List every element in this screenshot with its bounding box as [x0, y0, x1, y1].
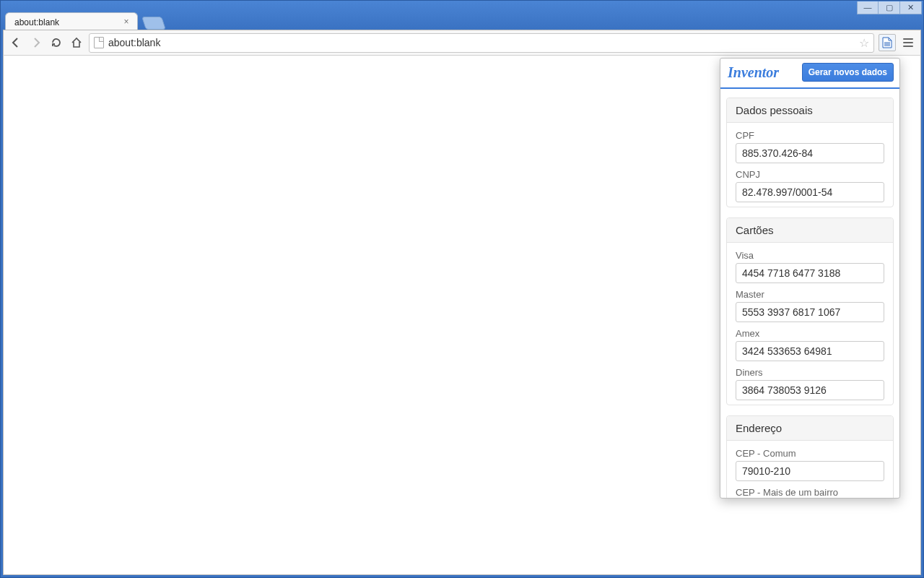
panel: CartõesVisaMasterAmexDiners	[726, 217, 894, 405]
popup-title: Inventor	[728, 64, 779, 81]
bookmark-star-icon[interactable]: ☆	[859, 36, 869, 50]
page-icon	[94, 37, 104, 48]
back-button[interactable]	[8, 35, 24, 51]
document-icon	[882, 37, 892, 48]
field-input[interactable]	[736, 143, 884, 163]
url-text: about:blank	[108, 37, 160, 48]
home-icon	[71, 37, 82, 48]
reload-button[interactable]	[48, 35, 64, 51]
field-label: Master	[736, 289, 884, 300]
field-label: CPF	[736, 130, 884, 141]
panel-body: CPFCNPJ	[727, 123, 893, 207]
panel-header: Dados pessoais	[727, 98, 893, 123]
panel-header: Cartões	[727, 218, 893, 243]
panel: Dados pessoaisCPFCNPJ	[726, 98, 894, 207]
arrow-right-icon	[30, 37, 42, 48]
field-input[interactable]	[736, 380, 884, 400]
field-input[interactable]	[736, 461, 884, 481]
browser-menu-button[interactable]	[900, 35, 916, 51]
inventor-popup: Inventor Gerar novos dados Dados pessoai…	[720, 58, 900, 499]
popup-header: Inventor Gerar novos dados	[720, 59, 899, 89]
field-input[interactable]	[736, 341, 884, 361]
panel-body: VisaMasterAmexDiners	[727, 243, 893, 405]
browser-window: — ▢ ✕ about:blank × about:blank ☆	[0, 0, 924, 578]
browser-toolbar: about:blank ☆	[3, 30, 921, 56]
browser-tab[interactable]: about:blank ×	[5, 12, 138, 31]
panel-body: CEP - ComumCEP - Mais de um bairro	[727, 441, 893, 498]
field-label: Diners	[736, 367, 884, 378]
field-label: CEP - Mais de um bairro	[736, 487, 884, 498]
reload-icon	[51, 37, 62, 48]
panel-header: Endereço	[727, 416, 893, 441]
arrow-left-icon	[10, 37, 22, 48]
field-label: CNPJ	[736, 169, 884, 180]
popup-body[interactable]: Dados pessoaisCPFCNPJCartõesVisaMasterAm…	[720, 89, 899, 498]
field-input[interactable]	[736, 302, 884, 322]
panel: EndereçoCEP - ComumCEP - Mais de um bair…	[726, 415, 894, 498]
address-bar[interactable]: about:blank ☆	[89, 33, 874, 53]
field-label: CEP - Comum	[736, 448, 884, 459]
forward-button[interactable]	[28, 35, 44, 51]
field-label: Visa	[736, 250, 884, 261]
field-input[interactable]	[736, 263, 884, 283]
home-button[interactable]	[69, 35, 84, 51]
tab-strip: about:blank ×	[5, 11, 919, 31]
hamburger-icon	[903, 38, 913, 40]
tab-close-icon[interactable]: ×	[121, 17, 131, 27]
new-tab-button[interactable]	[141, 17, 166, 30]
inventor-extension-button[interactable]	[879, 34, 896, 51]
generate-new-data-button[interactable]: Gerar novos dados	[802, 63, 894, 82]
tab-title: about:blank	[14, 17, 59, 27]
field-label: Amex	[736, 328, 884, 339]
field-input[interactable]	[736, 182, 884, 202]
